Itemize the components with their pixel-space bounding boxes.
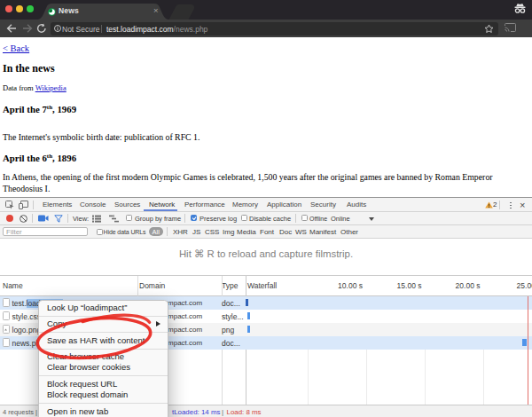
warning-icon[interactable]: [485, 201, 493, 208]
filter-input[interactable]: [3, 227, 88, 236]
back-link[interactable]: < Back: [3, 43, 29, 53]
record-button[interactable]: [6, 215, 13, 222]
filter-type-all[interactable]: All: [149, 227, 163, 237]
device-toolbar-icon[interactable]: [19, 201, 28, 209]
offline-checkbox[interactable]: [301, 215, 308, 221]
overview-icon[interactable]: [109, 215, 119, 223]
hide-data-urls-checkbox[interactable]: [97, 229, 103, 235]
filter-type-doc[interactable]: Doc: [279, 227, 292, 237]
page-title: In the news: [3, 62, 55, 75]
window-minimize-button[interactable]: [16, 5, 23, 12]
tab-console[interactable]: Console: [80, 198, 106, 211]
browser-window: News × Not Secure: [0, 0, 532, 417]
inspect-element-icon[interactable]: [5, 201, 14, 209]
devtools-close-icon[interactable]: ×: [520, 198, 525, 211]
window-titlebar: News ×: [0, 0, 532, 20]
browser-toolbar: Not Secure test.loadimpact.com/news.php: [0, 20, 532, 37]
filter-type-xhr[interactable]: XHR: [173, 227, 188, 237]
news-heading-2: April the 6th, 1896: [3, 153, 76, 163]
column-header-name[interactable]: Name: [3, 281, 23, 290]
warning-count[interactable]: 2: [493, 198, 497, 211]
tab-close-icon[interactable]: ×: [153, 0, 159, 20]
devtools-tabbar: Elements Console Sources Network Perform…: [0, 198, 532, 212]
tabbar-divider-right: [499, 201, 500, 209]
time-label-20s: 20.00 s: [456, 281, 481, 290]
preserve-log-checkbox[interactable]: [191, 215, 197, 221]
clear-icon[interactable]: [20, 215, 27, 223]
security-label: Not Secure: [62, 22, 100, 35]
devtools-more-icon[interactable]: [510, 202, 512, 204]
tabbar-divider: [33, 201, 34, 209]
waterfall-bar: [247, 326, 250, 333]
site-favicon: [48, 8, 56, 16]
forward-button[interactable]: [22, 23, 33, 34]
new-tab-button[interactable]: [168, 4, 196, 20]
filmstrip-camera-icon[interactable]: [38, 215, 49, 222]
load-event-line: [528, 296, 528, 405]
filter-type-manifest[interactable]: Manifest: [309, 227, 336, 237]
column-header-type[interactable]: Type: [222, 281, 238, 290]
news-text-1: The Internet's symbolic birth date: publ…: [3, 132, 200, 142]
filmstrip-area: Hit ⌘ R to reload and capture filmstrip.: [0, 239, 532, 276]
bookmark-star-icon[interactable]: [484, 24, 494, 34]
tab-elements[interactable]: Elements: [43, 198, 72, 211]
context-menu: Look Up “loadimpact” Copy Save as HAR wi…: [38, 300, 168, 417]
network-filter-bar: Hide data URLs All XHR JS CSS Img Media …: [0, 225, 532, 239]
throttling-dropdown-arrow-icon[interactable]: [369, 217, 374, 221]
domcontentloaded-time: tLoaded: 14 ms: [172, 405, 220, 417]
filter-type-font[interactable]: Font: [260, 227, 274, 237]
menu-separator: [39, 332, 168, 333]
column-header-domain[interactable]: Domain: [139, 281, 165, 290]
request-type: doc...: [222, 296, 240, 310]
menu-separator: [39, 375, 168, 376]
tab-memory[interactable]: Memory: [232, 198, 258, 211]
menu-item-clear-browser-cookies[interactable]: Clear browser cookies: [39, 362, 168, 373]
back-button[interactable]: [6, 23, 17, 34]
filter-type-other[interactable]: Other: [340, 227, 358, 237]
netbar-divider-1: [32, 214, 33, 223]
address-bar[interactable]: Not Secure test.loadimpact.com/news.php: [51, 22, 498, 35]
tab-audits[interactable]: Audits: [347, 198, 366, 211]
reload-button[interactable]: [36, 23, 47, 34]
menu-item-copy[interactable]: Copy: [39, 319, 168, 329]
incognito-icon: [514, 4, 526, 13]
window-zoom-button[interactable]: [27, 5, 34, 12]
filter-funnel-icon[interactable]: [54, 215, 63, 223]
filter-type-media[interactable]: Media: [237, 227, 256, 237]
menu-item-look-up[interactable]: Look Up “loadimpact”: [39, 303, 168, 313]
waterfall-bar: [522, 339, 527, 346]
throttling-select[interactable]: Online: [331, 215, 350, 224]
wikipedia-link[interactable]: Wikipedia: [35, 83, 66, 92]
news-heading-1: April the 7th, 1969: [3, 104, 76, 114]
hide-data-urls-label: Hide data URLs: [104, 228, 146, 237]
group-by-frame-checkbox[interactable]: [126, 215, 132, 221]
page-content: < Back In the news Data from Wikipedia A…: [0, 37, 532, 197]
time-label-25s: 25.00 s: [517, 281, 532, 290]
info-icon[interactable]: [54, 25, 61, 32]
document-file-icon: [3, 311, 10, 320]
column-header-waterfall[interactable]: Waterfall: [247, 281, 277, 290]
menu-item-block-request-domain[interactable]: Block request domain: [39, 389, 168, 400]
heading-text: , 1896: [52, 153, 76, 163]
menu-item-save-as-har[interactable]: Save as HAR with content: [39, 335, 168, 346]
filter-type-css[interactable]: CSS: [205, 227, 219, 237]
window-close-button[interactable]: [5, 5, 12, 12]
cast-icon[interactable]: [505, 23, 516, 33]
heading-text: , 1969: [52, 104, 76, 114]
list-view-icon[interactable]: [92, 215, 101, 223]
tab-security[interactable]: Security: [310, 198, 336, 211]
menu-item-open-in-new-tab[interactable]: Open in new tab: [39, 406, 168, 417]
tab-application[interactable]: Application: [267, 198, 301, 211]
filter-type-img[interactable]: Img: [223, 227, 234, 237]
menu-separator: [39, 349, 168, 350]
filter-type-ws[interactable]: WS: [295, 227, 307, 237]
filter-type-js[interactable]: JS: [192, 227, 200, 237]
disable-cache-checkbox[interactable]: [241, 215, 247, 221]
url-text: test.loadimpact.com/news.php: [106, 22, 207, 35]
menu-item-block-request-url[interactable]: Block request URL: [39, 379, 168, 389]
view-label: View:: [73, 215, 89, 224]
menu-item-clear-browser-cache[interactable]: Clear browser cache: [39, 351, 168, 362]
tab-performance[interactable]: Performance: [184, 198, 225, 211]
tab-sources[interactable]: Sources: [114, 198, 140, 211]
netbar-divider-2: [67, 214, 68, 223]
